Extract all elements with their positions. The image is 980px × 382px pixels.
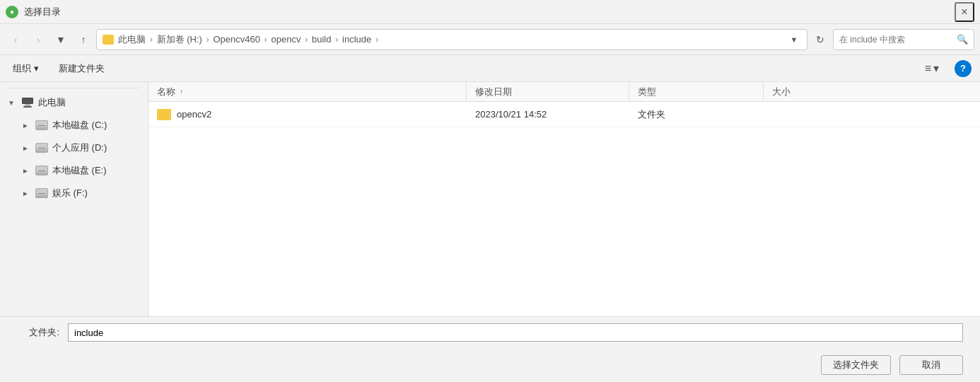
- chevron-2: ›: [206, 34, 211, 45]
- expand-icon-f: ►: [20, 190, 31, 197]
- file-folder-icon: [157, 109, 171, 120]
- column-header: 名称 ↑ 修改日期 类型 大小: [148, 82, 980, 102]
- search-icon[interactable]: 🔍: [957, 34, 968, 45]
- sidebar: ▼ 此电脑 ► 本地磁盘 (C:) ► 个人应用 (D:): [0, 82, 148, 316]
- drive-e-icon: [35, 166, 48, 175]
- folder-input[interactable]: [68, 323, 963, 342]
- path-segment-h: 新加卷 (H:): [157, 34, 202, 45]
- folder-input-row: 文件夹:: [0, 317, 980, 348]
- view-icon: ≡: [925, 62, 931, 75]
- file-date-label: 2023/10/21 14:52: [475, 109, 547, 120]
- recent-button[interactable]: ▼: [51, 30, 71, 50]
- new-folder-label: 新建文件夹: [59, 62, 105, 75]
- address-dropdown-button[interactable]: ▼: [787, 30, 801, 50]
- toolbar-row: 组织 ▾ 新建文件夹 ≡ ▾ ?: [0, 55, 980, 82]
- file-list: opencv2 2023/10/21 14:52 文件夹: [148, 102, 980, 316]
- sidebar-label-f: 娱乐 (F:): [52, 187, 88, 199]
- sidebar-divider-top: [8, 88, 139, 88]
- file-cell-date: 2023/10/21 14:52: [467, 109, 629, 120]
- help-label: ?: [960, 63, 966, 74]
- view-button[interactable]: ≡ ▾: [921, 59, 943, 78]
- new-folder-button[interactable]: 新建文件夹: [54, 59, 109, 78]
- button-row: 选择文件夹 取消: [0, 348, 980, 382]
- expand-icon-d: ►: [20, 144, 31, 152]
- column-date-label: 修改日期: [475, 86, 512, 98]
- view-chevron-icon: ▾: [933, 62, 939, 75]
- folder-label: 文件夹:: [17, 326, 59, 339]
- path-segment-opencv: opencv: [272, 34, 301, 45]
- chevron-5: ›: [335, 34, 341, 45]
- column-name[interactable]: 名称 ↑: [148, 82, 467, 101]
- column-size-label: 大小: [772, 86, 791, 98]
- sort-arrow-icon: ↑: [180, 88, 183, 96]
- forward-button[interactable]: ›: [28, 30, 48, 50]
- path-segment-opencv460: Opencv460: [213, 34, 260, 45]
- select-folder-button[interactable]: 选择文件夹: [821, 355, 891, 375]
- main-area: ▼ 此电脑 ► 本地磁盘 (C:) ► 个人应用 (D:): [0, 82, 980, 316]
- path-segment-pc: 此电脑: [118, 34, 146, 45]
- chevron-1: ›: [150, 34, 156, 45]
- column-type-label: 类型: [638, 86, 656, 98]
- sidebar-label-e: 本地磁盘 (E:): [52, 164, 107, 177]
- sidebar-item-drive-c[interactable]: ► 本地磁盘 (C:): [0, 114, 148, 137]
- expand-icon-e: ►: [20, 167, 31, 175]
- drive-f-icon: [35, 188, 48, 198]
- search-input[interactable]: [839, 35, 954, 45]
- chevron-3: ›: [264, 34, 270, 45]
- organize-chevron-icon: ▾: [34, 63, 39, 74]
- drive-c-icon: [35, 120, 48, 130]
- path-segment-build: build: [312, 34, 331, 45]
- organize-label: 组织: [13, 62, 31, 75]
- file-area: 名称 ↑ 修改日期 类型 大小 opencv2 2023/10/21 14:: [148, 82, 980, 316]
- sidebar-label-pc: 此电脑: [38, 96, 66, 109]
- address-folder-icon: [103, 35, 114, 45]
- sidebar-item-drive-e[interactable]: ► 本地磁盘 (E:): [0, 159, 148, 182]
- file-type-label: 文件夹: [638, 109, 665, 120]
- file-cell-name: opencv2: [148, 109, 467, 120]
- help-button[interactable]: ?: [955, 60, 972, 77]
- pc-icon: [21, 98, 34, 108]
- sidebar-label-c: 本地磁盘 (C:): [52, 119, 107, 132]
- path-segment-include: include: [342, 34, 371, 45]
- chevron-4: ›: [305, 34, 310, 45]
- up-button[interactable]: ↑: [74, 30, 93, 50]
- drive-d-icon: [35, 143, 48, 153]
- chevron-6: ›: [375, 34, 378, 45]
- sidebar-label-d: 个人应用 (D:): [52, 141, 107, 154]
- sidebar-item-drive-d[interactable]: ► 个人应用 (D:): [0, 137, 148, 159]
- address-box[interactable]: 此电脑 › 新加卷 (H:) › Opencv460 › opencv › bu…: [96, 29, 807, 50]
- window-title: 选择目录: [24, 6, 61, 18]
- address-bar-row: ‹ › ▼ ↑ 此电脑 › 新加卷 (H:) › Opencv460 › ope…: [0, 24, 980, 55]
- expand-icon-pc: ▼: [6, 99, 17, 107]
- bottom-area: 文件夹: 选择文件夹 取消: [0, 316, 980, 382]
- back-button[interactable]: ‹: [6, 30, 25, 50]
- cancel-button[interactable]: 取消: [899, 355, 963, 375]
- sidebar-item-drive-f[interactable]: ► 娱乐 (F:): [0, 182, 148, 204]
- table-row[interactable]: opencv2 2023/10/21 14:52 文件夹: [148, 102, 980, 127]
- organize-button[interactable]: 组织 ▾: [8, 59, 43, 78]
- title-bar-left: ● 选择目录: [6, 6, 61, 18]
- column-type[interactable]: 类型: [629, 82, 764, 101]
- address-path: 此电脑 › 新加卷 (H:) › Opencv460 › opencv › bu…: [118, 33, 783, 46]
- expand-icon-c: ►: [20, 122, 31, 129]
- sidebar-item-this-pc[interactable]: ▼ 此电脑: [0, 91, 148, 114]
- close-button[interactable]: ×: [955, 2, 974, 22]
- refresh-button[interactable]: ↻: [810, 30, 830, 50]
- title-bar: ● 选择目录 ×: [0, 0, 980, 24]
- column-name-label: 名称: [157, 86, 175, 98]
- column-size[interactable]: 大小: [764, 82, 980, 101]
- search-box[interactable]: 🔍: [833, 29, 974, 50]
- column-date[interactable]: 修改日期: [467, 82, 629, 101]
- app-logo: ●: [6, 6, 18, 18]
- file-name-label: opencv2: [177, 109, 211, 120]
- file-cell-type: 文件夹: [629, 108, 764, 121]
